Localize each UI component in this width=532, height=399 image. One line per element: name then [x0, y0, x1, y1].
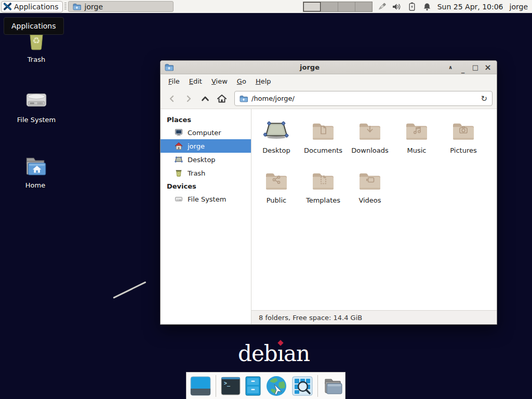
sidebar-item-label: Trash [188, 169, 205, 177]
window-titlebar[interactable]: jorge ∧ _ □ × [161, 61, 497, 74]
panel-username: jorge [510, 3, 528, 11]
workspace-switcher [303, 2, 373, 12]
sidebar-item-label: Computer [188, 129, 221, 137]
window-title: jorge [174, 63, 446, 71]
menubar: File Edit View Go Help [161, 74, 497, 88]
terminal-launcher[interactable]: >_ [221, 377, 241, 395]
web-browser-launcher[interactable] [265, 375, 287, 397]
places-header: Places [161, 113, 251, 126]
app-finder-launcher[interactable] [292, 376, 313, 396]
top-panel: Applications jorge [0, 0, 532, 14]
file-list[interactable]: Desktop Documents [251, 109, 497, 310]
trash-icon [175, 169, 183, 177]
home-button[interactable] [215, 92, 229, 105]
downloads-folder-icon [356, 117, 383, 144]
desktop-icon-label: Home [25, 181, 45, 189]
home-folder-icon [22, 154, 48, 179]
applications-menu-button[interactable]: Applications [1, 1, 63, 12]
folder-launcher[interactable] [323, 376, 344, 396]
menu-view[interactable]: View [207, 75, 232, 87]
maximize-button[interactable]: □ [471, 63, 480, 72]
window-icon [165, 63, 174, 71]
sidebar-item-label: Desktop [188, 156, 216, 164]
sidebar-item-file-system[interactable]: File System [161, 192, 251, 206]
workspace-4[interactable] [355, 2, 372, 11]
desktop-special-icon [263, 117, 290, 144]
reload-button[interactable]: ↻ [481, 94, 487, 103]
dock-separator [216, 375, 216, 397]
dock-panel: >_ [186, 372, 345, 399]
sidebar: Places Computer [161, 109, 251, 324]
system-tray [377, 2, 432, 11]
dock-separator [317, 375, 318, 397]
svg-text:>_: >_ [224, 380, 231, 387]
drive-icon [175, 195, 183, 203]
templates-folder-icon [310, 167, 337, 194]
menu-file[interactable]: File [164, 75, 184, 87]
public-folder-icon [263, 167, 290, 194]
applications-tooltip: Applications [4, 17, 64, 35]
workspace-3[interactable] [338, 2, 355, 11]
desktop-icon-label: File System [17, 116, 56, 124]
panel-handle[interactable] [64, 3, 66, 10]
applications-label: Applications [14, 3, 59, 11]
xorg-logo-icon [4, 3, 11, 10]
path-bar: ↻ [234, 91, 493, 106]
sidebar-item-label: File System [188, 195, 226, 203]
forward-button[interactable] [181, 92, 196, 105]
desktop-icon-file-system[interactable]: File System [4, 87, 69, 124]
folder-documents[interactable]: Documents [300, 115, 347, 165]
workspace-1[interactable] [303, 2, 321, 11]
folder-icon [73, 3, 81, 10]
folder-music[interactable]: Music [393, 115, 440, 165]
desktop-icon-label: Trash [28, 56, 45, 63]
folder-icon [240, 95, 248, 102]
computer-icon [175, 128, 183, 137]
sidebar-item-jorge[interactable]: jorge [161, 139, 251, 153]
menu-help[interactable]: Help [251, 75, 276, 87]
show-desktop-launcher[interactable] [190, 376, 211, 396]
devices-header: Devices [161, 180, 251, 192]
menu-go[interactable]: Go [232, 75, 251, 87]
sidebar-item-desktop[interactable]: Desktop [161, 153, 251, 166]
status-text: 8 folders, Free space: 14.4 GiB [259, 314, 362, 322]
home-icon [175, 142, 183, 150]
workspace-2[interactable] [321, 2, 338, 11]
sidebar-item-label: jorge [188, 142, 205, 150]
bell-icon[interactable] [422, 2, 432, 11]
close-button[interactable]: × [483, 63, 493, 72]
hard-drive-icon [23, 87, 49, 113]
toolbar: ↻ [161, 88, 497, 109]
taskbar-button-jorge[interactable]: jorge [68, 1, 174, 12]
stylus-tray-icon[interactable] [377, 2, 387, 11]
pictures-folder-icon [450, 117, 477, 144]
taskbar-button-label: jorge [85, 3, 103, 11]
battery-icon[interactable] [407, 2, 417, 11]
file-cabinet-launcher[interactable] [245, 376, 261, 396]
path-input[interactable] [251, 95, 477, 102]
volume-icon[interactable] [392, 2, 402, 11]
statusbar: 8 folders, Free space: 14.4 GiB [251, 310, 497, 324]
shade-button[interactable]: ∧ [446, 63, 455, 72]
debian-logo: debıan [238, 343, 310, 365]
minimize-button[interactable]: _ [458, 63, 468, 72]
up-button[interactable] [198, 92, 212, 105]
menu-edit[interactable]: Edit [184, 75, 207, 87]
desktop-icon [175, 155, 183, 164]
videos-folder-icon [356, 167, 383, 194]
paint-artifact-line [113, 281, 146, 298]
sidebar-item-trash[interactable]: Trash [161, 166, 251, 180]
file-manager-window: jorge ∧ _ □ × File Edit View Go Help [160, 60, 497, 325]
folder-public[interactable]: Public [253, 165, 300, 215]
documents-folder-icon [310, 117, 337, 144]
folder-pictures[interactable]: Pictures [440, 115, 487, 165]
back-button[interactable] [165, 92, 179, 105]
sidebar-item-computer[interactable]: Computer [161, 126, 251, 139]
folder-downloads[interactable]: Downloads [347, 115, 393, 165]
folder-templates[interactable]: Templates [300, 165, 347, 215]
panel-clock[interactable]: Sun 25 Apr, 10:06 [437, 3, 503, 11]
desktop-icon-home[interactable]: Home [3, 154, 68, 189]
music-folder-icon [403, 117, 430, 144]
folder-desktop[interactable]: Desktop [253, 115, 300, 165]
folder-videos[interactable]: Videos [347, 165, 393, 215]
